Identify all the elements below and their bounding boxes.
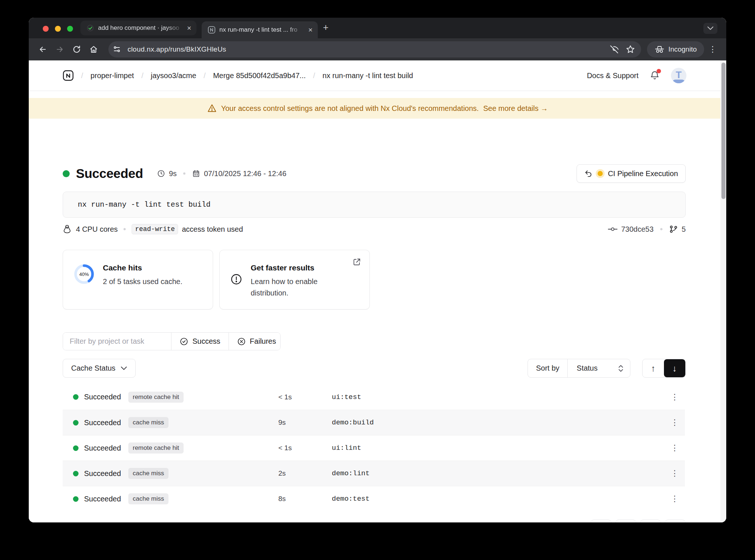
previous-page-button[interactable]: ‹ <box>615 519 636 522</box>
branch-count: 5 <box>682 225 686 234</box>
browser-toolbar: cloud.nx.app/runs/BkIXGHleUs Incognito ⋮ <box>29 38 726 60</box>
external-link-icon[interactable] <box>352 258 361 266</box>
summary-cards: 40% Cache hits 2 of 5 tasks used cache. … <box>63 250 686 309</box>
row-menu-icon[interactable]: ⋮ <box>664 469 685 478</box>
last-page-button[interactable]: » <box>665 519 686 522</box>
reload-button[interactable] <box>69 42 84 57</box>
row-menu-icon[interactable]: ⋮ <box>664 494 685 504</box>
select-chevrons-icon <box>618 365 623 372</box>
separator-dot <box>660 228 662 230</box>
tab-search-button[interactable] <box>703 23 717 34</box>
run-command: nx run-many -t lint test build <box>78 200 211 209</box>
commit-icon <box>608 225 617 233</box>
filter-input[interactable] <box>63 333 171 350</box>
nx-cloud-page: / proper-limpet / jaysoo3/acme / Merge 8… <box>29 60 726 522</box>
cache-badge: cache miss <box>128 417 168 428</box>
next-page-button[interactable]: › <box>640 519 661 522</box>
nx-icon <box>208 26 216 34</box>
avatar-shape <box>672 80 685 83</box>
row-menu-icon[interactable]: ⋮ <box>664 418 685 427</box>
pagination: 1 - 5 of 5 « ‹ › » <box>63 519 686 522</box>
filter-bar: Success Failures <box>63 332 281 350</box>
nx-logo-icon[interactable] <box>63 70 74 81</box>
sort-ascending-button[interactable]: ↑ <box>643 359 664 377</box>
new-tab-button[interactable]: + <box>323 22 328 33</box>
linux-icon <box>63 224 72 234</box>
warning-icon <box>207 104 217 113</box>
warning-message: Your access control settings are not ali… <box>221 104 479 113</box>
breadcrumb-workspace[interactable]: proper-limpet <box>91 71 134 80</box>
task-list: Succeeded remote cache hit < 1s ui:test … <box>63 384 685 511</box>
url-bar[interactable]: cloud.nx.app/runs/BkIXGHleUs <box>108 41 641 57</box>
browser-tab-active[interactable]: nx run-many -t lint test ... fro × <box>202 21 318 38</box>
table-row[interactable]: Succeeded remote cache hit < 1s ui:lint … <box>63 435 685 461</box>
close-tab-icon[interactable]: × <box>308 26 313 34</box>
cache-hits-card: 40% Cache hits 2 of 5 tasks used cache. <box>63 250 213 309</box>
browser-tab-inactive[interactable]: add hero component · jaysoo × <box>80 21 196 35</box>
distribution-text: Learn how to enable distribution. <box>251 276 317 299</box>
notifications-button[interactable] <box>650 70 660 81</box>
minimize-window-button[interactable] <box>55 26 61 32</box>
success-dot-icon <box>73 445 79 451</box>
breadcrumb-separator: / <box>203 71 206 80</box>
pr-check-icon <box>86 24 94 32</box>
separator-dot <box>123 228 126 230</box>
row-menu-icon[interactable]: ⋮ <box>664 443 685 453</box>
url-text: cloud.nx.app/runs/BkIXGHleUs <box>128 45 605 53</box>
breadcrumb-repo[interactable]: jaysoo3/acme <box>151 71 196 80</box>
browser-menu-icon[interactable]: ⋮ <box>706 45 719 54</box>
password-hidden-icon[interactable] <box>609 45 619 54</box>
forward-button[interactable] <box>52 42 67 57</box>
sort-control: Sort by Status <box>528 359 630 378</box>
avatar[interactable]: T <box>671 68 686 83</box>
commit-sha[interactable]: 730dce53 <box>621 225 654 234</box>
site-info-icon[interactable] <box>111 43 123 56</box>
filter-success-button[interactable]: Success <box>171 333 229 350</box>
browser-window: add hero component · jaysoo × nx run-man… <box>29 18 726 522</box>
window-controls <box>43 26 73 32</box>
cache-badge: cache miss <box>128 468 168 479</box>
tab-title: add hero component · jaysoo <box>98 24 183 32</box>
bookmark-star-icon[interactable] <box>626 45 635 54</box>
scrollbar-thumb[interactable] <box>721 63 726 199</box>
sort-by-label: Sort by <box>528 359 567 377</box>
success-dot-icon <box>73 496 79 502</box>
pipeline-status-dot <box>598 171 603 176</box>
access-token-text: access token used <box>182 225 243 234</box>
breadcrumb-branch[interactable]: Merge 85d500f42d5a9b47... <box>213 71 306 80</box>
table-row[interactable]: Succeeded remote cache hit < 1s ui:test … <box>63 384 685 410</box>
see-more-details-link[interactable]: See more details → <box>483 104 548 113</box>
table-row[interactable]: Succeeded cache miss 9s demo:build ⋮ <box>63 410 685 435</box>
site-header: / proper-limpet / jaysoo3/acme / Merge 8… <box>29 60 726 91</box>
run-timerange: 07/10/2025 12:46 - 12:46 <box>204 169 286 178</box>
distribution-card[interactable]: Get faster results Learn how to enable d… <box>219 250 370 309</box>
table-row[interactable]: Succeeded cache miss 8s demo:test ⋮ <box>63 486 685 511</box>
zoom-window-button[interactable] <box>67 26 73 32</box>
breadcrumb-separator: / <box>313 71 315 80</box>
sort-descending-button[interactable]: ↓ <box>664 359 685 377</box>
docs-support-link[interactable]: Docs & Support <box>587 71 639 80</box>
close-tab-icon[interactable]: × <box>187 24 191 32</box>
list-controls-row: Cache Status Sort by Status ↑ ↓ <box>63 359 686 378</box>
cache-donut-chart: 40% <box>73 263 95 285</box>
success-dot-icon <box>73 394 79 400</box>
breadcrumb-separator: / <box>141 71 143 80</box>
incognito-label: Incognito <box>668 45 697 53</box>
breadcrumb-run[interactable]: nx run-many -t lint test build <box>323 71 413 80</box>
back-button[interactable] <box>35 42 50 57</box>
filter-failures-button[interactable]: Failures <box>229 333 281 350</box>
row-menu-icon[interactable]: ⋮ <box>664 392 685 402</box>
sort-field-select[interactable]: Status <box>567 359 630 377</box>
table-row[interactable]: Succeeded cache miss 2s demo:lint ⋮ <box>63 461 685 486</box>
sort-direction-toggle: ↑ ↓ <box>642 359 686 378</box>
home-button[interactable] <box>86 42 101 57</box>
run-content: Succeeded 9s 07/10/2025 12:46 - 12:46 CI… <box>63 119 686 522</box>
first-page-button[interactable]: « <box>591 519 612 522</box>
page-scrollbar[interactable] <box>720 60 726 522</box>
success-dot-icon <box>73 471 79 476</box>
ci-pipeline-execution-button[interactable]: CI Pipeline Execution <box>577 164 686 183</box>
cache-status-dropdown[interactable]: Cache Status <box>63 359 136 378</box>
close-window-button[interactable] <box>43 26 49 32</box>
run-status-row: Succeeded 9s 07/10/2025 12:46 - 12:46 CI… <box>63 164 686 183</box>
branch-icon <box>669 225 678 234</box>
